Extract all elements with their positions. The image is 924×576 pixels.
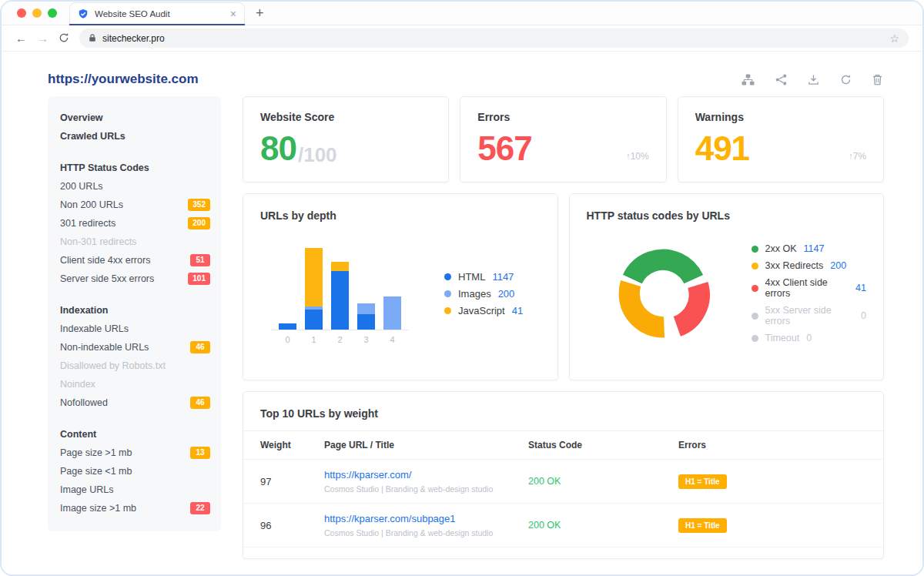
sidebar-item-301-redirects[interactable]: 301 redirects200 — [48, 214, 221, 233]
x-tick-label: 3 — [357, 335, 375, 344]
legend-label: Images — [458, 288, 491, 300]
delete-icon[interactable] — [872, 74, 882, 85]
sidebar-item-overview[interactable]: Overview — [48, 109, 221, 127]
sidebar-item-label: 200 URLs — [60, 177, 210, 196]
minimize-window-button[interactable] — [32, 8, 42, 18]
top-urls-card: Top 10 URLs by weight WeightPage URL / T… — [243, 391, 884, 559]
urls-by-depth-bar-chart: 01234 — [271, 243, 409, 344]
main-area: Website Score80/100Errors567↑10%Warnings… — [243, 96, 884, 559]
forward-button[interactable]: → — [37, 32, 49, 44]
legend-item-3xx-redirects: 3xx Redirects200 — [752, 260, 867, 271]
legend-value: 0 — [861, 310, 866, 321]
legend-dot-icon — [752, 335, 758, 342]
sidebar-item-disallowed-by-robots-txt[interactable]: Disallowed by Robots.txt — [48, 357, 221, 375]
sidebar-item-label: Image size >1 mb — [60, 499, 190, 517]
column-header-page-url-title: Page URL / Title — [324, 440, 528, 450]
sidebar-item-noindex[interactable]: Noindex — [48, 375, 221, 393]
back-button[interactable]: ← — [15, 32, 27, 44]
status-code-value: 200 OK — [528, 476, 678, 487]
header-actions — [742, 74, 882, 85]
tab-close-icon[interactable]: × — [230, 8, 236, 19]
legend-label: 3xx Redirects — [765, 260, 824, 271]
sidebar-item-label: Server side 5xx errors — [60, 270, 188, 288]
sidebar-item-crawled-urls[interactable]: Crawled URLs — [48, 127, 221, 146]
sitemap-icon[interactable] — [742, 74, 755, 85]
table-body: 97https://kparser.com/Cosmos Studio | Br… — [243, 460, 883, 548]
stat-delta: ↑10% — [626, 151, 649, 162]
stat-card-warnings: Warnings491↑7% — [678, 96, 884, 183]
bar-segment-html — [357, 314, 375, 330]
legend-label: 2xx OK — [765, 243, 797, 254]
sidebar-section-content: Content — [48, 425, 221, 444]
bar-chart-legend: HTML1147Images200JavaScript41 — [444, 266, 523, 322]
bar-segment-images — [357, 303, 375, 314]
legend-dot-icon — [444, 273, 451, 280]
bar-depth-3 — [357, 303, 375, 330]
table-header-row: WeightPage URL / TitleStatus CodeErrors — [243, 430, 883, 460]
sidebar-section-indexation: Indexation — [48, 301, 221, 320]
sidebar-item-page-size-1-mb[interactable]: Page size >1 mb13 — [48, 444, 221, 462]
legend-value: 0 — [806, 333, 812, 343]
bookmark-star-icon[interactable]: ☆ — [889, 32, 899, 45]
audited-site-url[interactable]: https://yourwebsite.com — [48, 72, 199, 87]
stat-card-errors: Errors567↑10% — [460, 96, 666, 183]
browser-window: Website SEO Audit × + ← → sitechecker.pr… — [0, 0, 924, 576]
page-url-link[interactable]: https://kparser.com/subpage1 — [324, 513, 528, 524]
download-icon[interactable] — [808, 74, 819, 85]
address-bar[interactable]: sitechecker.pro ☆ — [79, 28, 909, 48]
stat-card-website-score: Website Score80/100 — [243, 96, 449, 183]
browser-tab-strip: Website SEO Audit × + — [2, 2, 922, 25]
sidebar-item-image-urls[interactable]: Image URLs — [48, 481, 221, 499]
count-badge: 13 — [190, 447, 210, 459]
legend-item-html: HTML1147 — [444, 271, 523, 283]
browser-toolbar: ← → sitechecker.pro ☆ — [2, 25, 922, 52]
table-row: 96https://kparser.com/subpage1Cosmos Stu… — [243, 504, 883, 548]
sidebar-item-page-size-1-mb[interactable]: Page size <1 mb — [48, 462, 221, 481]
sidebar-item-label: Client side 4xx errors — [60, 251, 190, 270]
legend-dot-icon — [752, 285, 758, 292]
sidebar-item-client-side-4xx-errors[interactable]: Client side 4xx errors51 — [48, 251, 221, 270]
close-window-button[interactable] — [17, 8, 26, 18]
x-tick-label: 2 — [331, 335, 349, 344]
new-tab-button[interactable]: + — [256, 2, 264, 25]
window-controls — [17, 2, 57, 25]
tab-title: Website SEO Audit — [95, 9, 224, 18]
maximize-window-button[interactable] — [48, 8, 57, 18]
sidebar-item-non-200-urls[interactable]: Non 200 URLs352 — [48, 196, 221, 214]
legend-item-timeout: Timeout0 — [752, 333, 867, 343]
page-url-link[interactable]: https://kparser.com/ — [324, 469, 528, 481]
share-icon[interactable] — [775, 74, 787, 85]
top-urls-title: Top 10 URLs by weight — [243, 407, 883, 420]
column-header-weight: Weight — [260, 440, 324, 450]
x-tick-label: 4 — [383, 335, 401, 344]
content: OverviewCrawled URLsHTTP Status Codes200… — [48, 96, 884, 559]
sidebar-item-non-indexable-urls[interactable]: Non-indexable URLs46 — [48, 338, 221, 357]
http-status-codes-card: HTTP status codes by URLs 2xx OK11473xx … — [569, 193, 885, 380]
refresh-icon[interactable] — [840, 74, 852, 85]
bar-segment-html — [331, 271, 349, 330]
sidebar-item-200-urls[interactable]: 200 URLs — [48, 177, 221, 196]
bar-segment-javascript — [305, 248, 323, 306]
legend-label: HTML — [458, 271, 485, 283]
sidebar-item-non-301-redirects[interactable]: Non-301 redirects — [48, 233, 221, 251]
legend-label: 5xx Server side errors — [765, 305, 855, 327]
sidebar-item-image-size-1-mb[interactable]: Image size >1 mb22 — [48, 499, 221, 517]
sidebar-item-label: Disallowed by Robots.txt — [60, 357, 210, 375]
sidebar-item-nofollowed[interactable]: Nofollowed46 — [48, 393, 221, 412]
legend-label: Timeout — [765, 333, 800, 343]
legend-item-images: Images200 — [444, 288, 523, 300]
sidebar-section-http-status-codes: HTTP Status Codes — [48, 159, 221, 177]
legend-item-5xx-server-side-errors: 5xx Server side errors0 — [752, 305, 867, 327]
legend-dot-icon — [444, 307, 451, 314]
sidebar-item-server-side-5xx-errors[interactable]: Server side 5xx errors101 — [48, 270, 221, 288]
browser-tab[interactable]: Website SEO Audit × — [69, 2, 245, 25]
seo-audit-page: https://yourwebsite.com — [2, 52, 922, 576]
stat-delta: ↑7% — [849, 151, 866, 162]
sidebar-item-indexable-urls[interactable]: Indexable URLs — [48, 320, 221, 338]
legend-value: 1147 — [492, 271, 514, 283]
count-badge: 352 — [188, 199, 210, 211]
bar-depth-0 — [279, 323, 296, 330]
reload-button[interactable] — [59, 32, 69, 45]
legend-dot-icon — [752, 313, 758, 320]
legend-item-4xx-client-side-errors: 4xx Client side errors41 — [752, 277, 867, 299]
